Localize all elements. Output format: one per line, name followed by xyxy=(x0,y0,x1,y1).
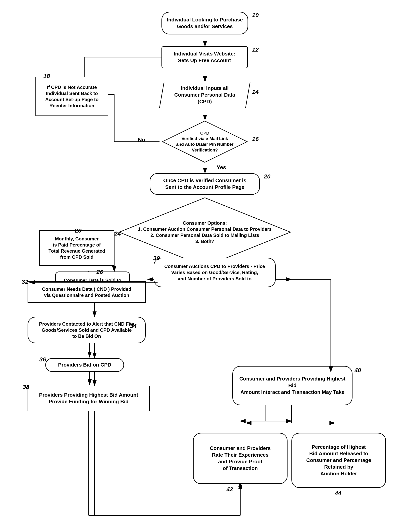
node-44: Percentage of HighestBid Amount Released… xyxy=(292,433,386,488)
node-20: Once CPD is Verified Consumer isSent to … xyxy=(150,173,260,195)
node-24: Consumer Options: 1. Consumer Auction Co… xyxy=(118,197,292,267)
label-34: 34 xyxy=(130,323,137,329)
label-26: 26 xyxy=(97,268,103,275)
node-16: CPDVerified via e-Mail Linkand Auto Dial… xyxy=(161,120,248,163)
label-12: 12 xyxy=(252,46,259,53)
label-20: 20 xyxy=(264,173,270,180)
label-42: 42 xyxy=(226,486,233,493)
label-38: 38 xyxy=(23,384,29,390)
label-18: 18 xyxy=(43,73,50,79)
label-32: 32 xyxy=(22,278,28,285)
label-16: 16 xyxy=(252,136,259,142)
label-yes: Yes xyxy=(217,164,226,171)
node-14: Individual Inputs allConsumer Personal D… xyxy=(159,82,251,108)
label-28: 28 xyxy=(75,227,81,234)
node-34: Providers Contacted to Alert that CND Fi… xyxy=(28,317,146,343)
node-28: Monthly, Consumeris Paid Percentage ofTo… xyxy=(39,230,114,266)
flowchart-diagram: Individual Looking to Purchase Goods and… xyxy=(0,0,410,532)
node-42: Consumer and ProvidersRate Their Experie… xyxy=(193,433,288,484)
label-30: 30 xyxy=(153,255,160,261)
label-24: 24 xyxy=(114,230,121,237)
node-40: Consumer and Providers Providing Highest… xyxy=(232,366,352,405)
node-30: Consumer Auctions CPD to Providers - Pri… xyxy=(154,258,276,287)
label-14: 14 xyxy=(252,88,259,95)
node-12: Individual Visits Website:Sets Up Free A… xyxy=(161,46,248,68)
label-44: 44 xyxy=(335,490,341,497)
node-32: Consumer Needs Data ( CND ) Providedvia … xyxy=(28,281,146,303)
label-36: 36 xyxy=(39,356,46,363)
node-36: Providers Bid on CPD xyxy=(45,358,124,372)
node-38: Providers Providing Highest Bid AmountPr… xyxy=(28,386,150,411)
label-40: 40 xyxy=(354,367,361,374)
node-10: Individual Looking to Purchase Goods and… xyxy=(161,12,248,34)
node-18: If CPD is Not AccurateIndividual Sent Ba… xyxy=(35,77,108,116)
label-no: No xyxy=(138,137,145,143)
label-10: 10 xyxy=(252,12,259,19)
